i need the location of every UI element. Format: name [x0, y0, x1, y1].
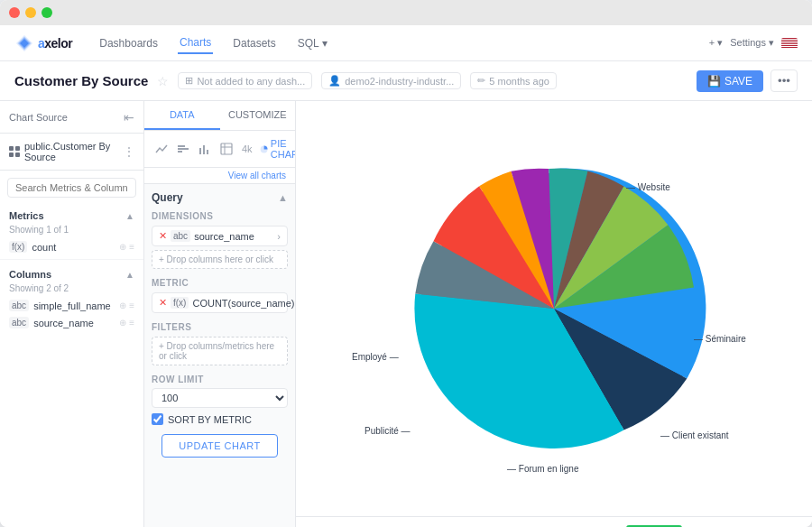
chart-type-row: 4k PIE CHART — [144, 131, 295, 168]
panel-collapse-icon[interactable]: ⇤ — [124, 110, 134, 125]
main-area: Chart Source ⇤ public.Customer By Source… — [0, 101, 812, 527]
metric-tag: f(x) — [9, 241, 27, 253]
meta-dashboard: ⊞ Not added to any dash... — [178, 72, 312, 89]
filters-section: FILTERS + Drop columns/metrics here or c… — [152, 322, 288, 365]
drop-columns-hint[interactable]: + Drop columns here or click — [152, 250, 288, 269]
metrics-chevron[interactable]: ▲ — [125, 211, 134, 221]
query-header: Query ▲ — [152, 191, 288, 204]
page-header: Customer By Source ☆ ⊞ Not added to any … — [0, 61, 812, 101]
nav-settings-btn[interactable]: Settings ▾ — [730, 37, 774, 49]
col1-edit-icon[interactable]: ⊕ — [119, 300, 126, 310]
column-source-name: abc source_name ⊕ ≡ — [0, 314, 143, 331]
source-more-icon[interactable]: ⋮ — [124, 145, 134, 158]
metric-q-name: COUNT(source_name) — [192, 298, 294, 309]
user-icon: 👤 — [328, 75, 341, 87]
row-limit-section: ROW LIMIT 10 50 100 200 500 1000 SORT BY… — [152, 374, 288, 425]
metric-edit-icon[interactable]: ⊕ — [119, 242, 126, 252]
left-panel: Chart Source ⇤ public.Customer By Source… — [0, 101, 144, 527]
update-chart-button[interactable]: UPDATE CHART — [161, 434, 278, 458]
svg-rect-5 — [207, 150, 208, 154]
meta-user-text: demo2-industry-industr... — [345, 76, 454, 87]
metrics-showing: Showing 1 of 1 — [0, 225, 143, 238]
save-button[interactable]: 💾 SAVE — [697, 70, 763, 92]
minimize-btn[interactable] — [25, 7, 36, 18]
page-header-right: 💾 SAVE ••• — [697, 69, 798, 92]
metric-actions: ⊕ ≡ — [119, 242, 134, 252]
more-button[interactable]: ••• — [770, 69, 798, 92]
metric-q-tag: f(x) — [171, 297, 189, 309]
pie-chart-container: — Website — Séminaire — Client existant … — [346, 110, 761, 507]
line-chart-icon[interactable] — [153, 141, 170, 157]
svg-rect-0 — [178, 145, 185, 147]
chart-area: — Website — Séminaire — Client existant … — [296, 101, 812, 516]
query-title: Query — [152, 191, 278, 204]
4k-chart-icon[interactable]: 4k — [240, 142, 254, 156]
dimension-row: ✕ abc source_name › — [152, 226, 288, 246]
dimensions-section: DIMENSIONS ✕ abc source_name › + Drop co… — [152, 211, 288, 269]
star-icon[interactable]: ☆ — [157, 74, 169, 88]
tab-customize[interactable]: CUSTOMIZE — [220, 101, 296, 130]
metric-section: METRIC ✕ f(x) COUNT(source_name) › — [152, 278, 288, 313]
close-btn[interactable] — [9, 7, 20, 18]
dimension-arrow-icon[interactable]: › — [277, 231, 281, 242]
chart-source-label: Chart Source — [9, 112, 118, 123]
chart-info-bar: RESULTS SAMPLES 11 rows Cached ↻ 00:00:0… — [296, 516, 812, 527]
grid-icon — [9, 146, 20, 157]
col1-more-icon[interactable]: ≡ — [129, 300, 134, 310]
maximize-btn[interactable] — [42, 7, 52, 18]
col2-tag: abc — [9, 317, 29, 328]
save-icon: 💾 — [707, 75, 721, 88]
nav-sql[interactable]: SQL ▾ — [296, 33, 329, 53]
data-customize-tabs: DATA CUSTOMIZE — [144, 101, 295, 131]
logo: axelor — [14, 33, 72, 53]
col2-edit-icon[interactable]: ⊕ — [119, 318, 126, 328]
search-input[interactable] — [7, 178, 136, 198]
clock-icon: ✏ — [477, 75, 485, 87]
view-all-charts[interactable]: View all charts — [144, 168, 295, 184]
filters-drop[interactable]: + Drop columns/metrics here or click — [152, 337, 288, 365]
mid-panel: DATA CUSTOMIZE 4k PIE CH — [144, 101, 296, 527]
nav-plus-btn[interactable]: + ▾ — [709, 37, 723, 49]
col2-name: source_name — [33, 318, 115, 328]
pie-chart-btn[interactable]: PIE CHART — [260, 138, 296, 160]
col2-more-icon[interactable]: ≡ — [129, 318, 134, 328]
metric-q-label: METRIC — [152, 278, 288, 288]
query-chevron[interactable]: ▲ — [278, 192, 288, 203]
nav-dashboards[interactable]: Dashboards — [97, 33, 160, 53]
column-full-name: abc simple_full_name ⊕ ≡ — [0, 297, 143, 314]
remove-metric-icon[interactable]: ✕ — [159, 297, 167, 309]
svg-rect-6 — [221, 143, 232, 154]
filters-label: FILTERS — [152, 322, 288, 332]
dashboard-icon: ⊞ — [185, 75, 193, 87]
metric-count-item: f(x) count ⊕ ≡ — [0, 238, 143, 255]
columns-chevron[interactable]: ▲ — [125, 270, 134, 280]
title-bar — [0, 0, 812, 25]
metric-more-icon[interactable]: ≡ — [129, 242, 134, 252]
table-chart-icon[interactable] — [218, 141, 235, 157]
metrics-section-header: Metrics ▲ — [0, 205, 143, 225]
meta-time-text: 5 months ago — [489, 76, 549, 87]
tab-data[interactable]: DATA — [144, 101, 220, 130]
svg-rect-4 — [203, 145, 205, 154]
left-panel-header: Chart Source ⇤ — [0, 101, 143, 134]
remove-dimension-icon[interactable]: ✕ — [159, 230, 167, 242]
chart-source-value: public.Customer By Source ⋮ — [0, 134, 143, 171]
meta-dashboard-text: Not added to any dash... — [197, 76, 305, 87]
svg-rect-2 — [178, 151, 182, 153]
bar-v-chart-icon[interactable] — [197, 141, 213, 157]
bar-h-chart-icon[interactable] — [175, 141, 191, 157]
nav-right: + ▾ Settings ▾ — [709, 37, 798, 49]
sort-checkbox[interactable] — [152, 413, 163, 425]
app-window: axelor Dashboards Charts Datasets SQL ▾ … — [0, 0, 812, 527]
query-section: Query ▲ DIMENSIONS ✕ abc source_name › +… — [144, 184, 295, 474]
nav-datasets[interactable]: Datasets — [231, 33, 277, 53]
navbar: axelor Dashboards Charts Datasets SQL ▾ … — [0, 25, 812, 61]
sort-row: SORT BY METRIC — [152, 413, 288, 425]
nav-charts[interactable]: Charts — [178, 32, 213, 54]
dimension-tag: abc — [171, 230, 190, 242]
meta-time: ✏ 5 months ago — [470, 72, 557, 89]
logo-text: axelor — [38, 36, 72, 51]
chevron-down-icon[interactable]: ⌄ — [789, 524, 799, 528]
pie-chart-label: PIE CHART — [271, 138, 296, 160]
row-limit-select[interactable]: 10 50 100 200 500 1000 — [152, 388, 288, 408]
